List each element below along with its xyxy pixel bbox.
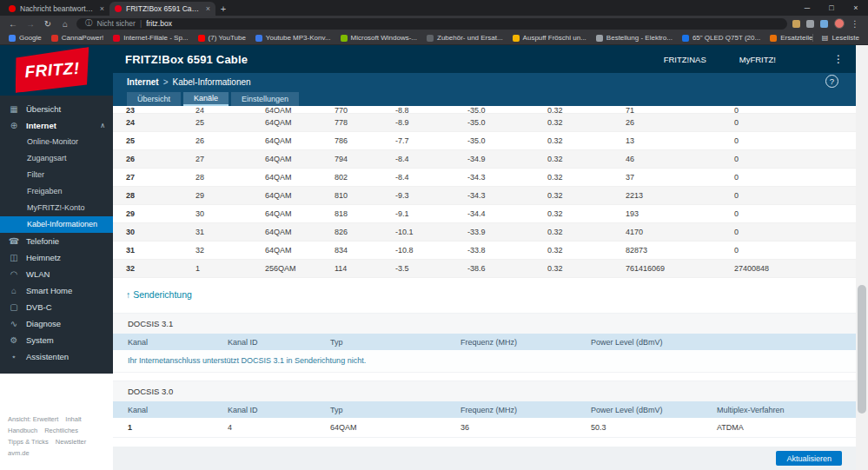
cell: 64QAM: [265, 136, 335, 145]
bookmark-microsoft-windows[interactable]: Microsoft Windows-...: [341, 34, 417, 42]
footer-link-inhalt[interactable]: Inhalt: [65, 415, 81, 423]
cell: 114: [335, 264, 395, 273]
sidebar-item-dvb-c[interactable]: ▢DVB-C: [0, 299, 113, 315]
cell: Kanal ID: [228, 338, 330, 347]
maximize-icon[interactable]: □: [819, 0, 844, 16]
bookmark-favicon: [198, 35, 205, 42]
cell: 64QAM: [330, 423, 461, 432]
sidebar-item-system[interactable]: ⚙System: [0, 332, 113, 348]
wand-icon: ⋆: [8, 352, 20, 361]
bookmark-65-qled-q75t-20[interactable]: 65" QLED Q75T (20...: [682, 34, 760, 42]
cell: 193: [626, 209, 734, 218]
downstream-row: 282964QAM810-9.3-34.30.3222130: [113, 187, 856, 205]
bookmark-label: Youtube MP3-Konv...: [266, 34, 331, 42]
sidebar-item-internet[interactable]: ⊕Internet∧: [0, 117, 113, 134]
scrollbar-thumb[interactable]: [858, 285, 866, 414]
reading-list-button[interactable]: ▤ Leseliste: [812, 34, 859, 42]
bookmark-label: Microsoft Windows-...: [351, 34, 417, 42]
reload-icon[interactable]: ↻: [42, 19, 54, 29]
back-icon[interactable]: ←: [7, 19, 19, 29]
sidebar-item-wlan[interactable]: ◠WLAN: [0, 266, 113, 282]
cell: Power Level (dBmV): [591, 406, 717, 414]
cell: -34.9: [467, 155, 547, 163]
footer-link-ansicht-erweitert[interactable]: Ansicht: Erweitert: [8, 415, 58, 423]
tab-kanäle[interactable]: Kanäle: [183, 92, 229, 106]
upstream-heading[interactable]: ↑ Senderichtung: [126, 289, 192, 305]
bookmark-cannapower[interactable]: CannaPower!: [51, 34, 103, 42]
reading-list-icon: ▤: [822, 34, 829, 42]
cell: 25: [195, 118, 265, 127]
sidebar-item-zugangsart[interactable]: Zugangsart: [0, 150, 113, 167]
extension-icon[interactable]: [820, 20, 828, 28]
cell: 0: [734, 191, 856, 200]
breadcrumb-section[interactable]: Internet: [127, 77, 159, 87]
cell: Power Level (dBmV): [591, 338, 717, 347]
forward-icon[interactable]: →: [24, 19, 36, 29]
sidebar-item-smart-home[interactable]: ⌂Smart Home: [0, 282, 113, 299]
header-links: FRITZ!NAS MyFRITZ!: [664, 55, 776, 64]
sidebar-item-assistenten[interactable]: ⋆Assistenten: [0, 348, 113, 365]
sidebar-item-heimnetz[interactable]: ◫Heimnetz: [0, 249, 113, 266]
sidebar-item-telefonie[interactable]: ☎Telefonie: [0, 233, 113, 249]
tab-einstellungen[interactable]: Einstellungen: [231, 92, 299, 106]
browser-tab[interactable]: FRITZ!Box 6591 Cable×: [109, 2, 215, 16]
footer-link-rechtliches[interactable]: Rechtliches: [44, 427, 78, 434]
cell: Typ: [330, 338, 461, 347]
sidebar-item-label: System: [26, 335, 54, 345]
browser-tab[interactable]: Nachricht beantworten - Vodaf...×: [3, 2, 109, 16]
cell: Frequenz (MHz): [461, 338, 591, 347]
network-icon: ◫: [8, 253, 20, 262]
bookmark-google[interactable]: Google: [9, 34, 42, 42]
minimize-icon[interactable]: ─: [795, 0, 819, 16]
overflow-menu-icon[interactable]: ⋮: [833, 53, 844, 65]
home-icon[interactable]: ⌂: [59, 19, 71, 29]
close-icon[interactable]: ×: [844, 0, 868, 16]
footer-link-handbuch[interactable]: Handbuch: [8, 427, 37, 434]
new-tab-button[interactable]: +: [215, 2, 231, 16]
cell: 64QAM: [265, 106, 335, 114]
sidebar-item-kabel-informationen[interactable]: Kabel-Informationen: [0, 216, 113, 233]
browser-actions: ⋮: [792, 18, 861, 29]
sidebar-item-label: Heimnetz: [26, 253, 61, 262]
cell: 31: [195, 228, 265, 236]
footer-link-avm-de[interactable]: avm.de: [8, 449, 30, 457]
bookmark-ersatzteile-für-kaffe[interactable]: Ersatzteile für Kaffe...: [770, 34, 812, 42]
url-field[interactable]: ⓘ Nicht sicher | fritz.box: [76, 18, 787, 30]
sidebar-item-online-monitor[interactable]: Online-Monitor: [0, 134, 113, 150]
info-icon[interactable]: ⓘ: [85, 18, 93, 29]
extension-icon[interactable]: [792, 20, 800, 28]
refresh-button[interactable]: Aktualisieren: [776, 451, 842, 466]
profile-avatar[interactable]: [834, 18, 845, 29]
footer-link-newsletter[interactable]: Newsletter: [56, 438, 86, 446]
cell: 64QAM: [265, 118, 335, 127]
downstream-row: 321256QAM114-3.5-38.60.32761416069274008…: [113, 260, 856, 278]
bookmark-youtube-mp3-konv[interactable]: Youtube MP3-Konv...: [255, 34, 331, 42]
fritznas-link[interactable]: FRITZ!NAS: [664, 55, 706, 64]
sidebar-item-myfritz-konto[interactable]: MyFRITZ!-Konto: [0, 200, 113, 216]
cell: 29: [195, 191, 265, 200]
browser-menu-icon[interactable]: ⋮: [851, 19, 859, 29]
bookmark-zubehör-und-ersat[interactable]: Zubehör- und Ersat...: [427, 34, 503, 42]
myfritz-link[interactable]: MyFRITZ!: [739, 55, 776, 64]
footer-link-tipps-tricks[interactable]: Tipps & Tricks: [8, 438, 49, 446]
extension-icon[interactable]: [806, 20, 814, 28]
cell: 0.32: [547, 136, 626, 145]
tab-close-icon[interactable]: ×: [206, 4, 210, 13]
fritz-logo[interactable]: FRITZ!: [12, 47, 91, 93]
sidebar-item-diagnose[interactable]: ∿Diagnose: [0, 315, 113, 332]
help-button[interactable]: ?: [825, 75, 838, 88]
scrollbar[interactable]: [856, 45, 868, 470]
sidebar-item-filter[interactable]: Filter: [0, 167, 113, 183]
cell: 64QAM: [265, 209, 335, 218]
tab-übersicht[interactable]: Übersicht: [127, 92, 181, 106]
bookmark-auspuff-fröschl-un[interactable]: Auspuff Fröschl un...: [513, 34, 586, 42]
cell: -3.5: [395, 264, 467, 273]
sidebar-item-freigaben[interactable]: Freigaben: [0, 183, 113, 200]
tab-close-icon[interactable]: ×: [100, 4, 104, 13]
cell: -9.3: [395, 191, 467, 200]
bookmark-7-youtube[interactable]: (7) YouTube: [198, 34, 246, 42]
sidebar-item-übersicht[interactable]: ▦Übersicht: [0, 101, 113, 117]
cell: 834: [335, 246, 395, 255]
bookmark-bestellung-elektro[interactable]: Bestellung - Elektro...: [596, 34, 673, 42]
bookmark-internet-filiale-sp[interactable]: Internet-Filiale - Sp...: [113, 34, 188, 42]
